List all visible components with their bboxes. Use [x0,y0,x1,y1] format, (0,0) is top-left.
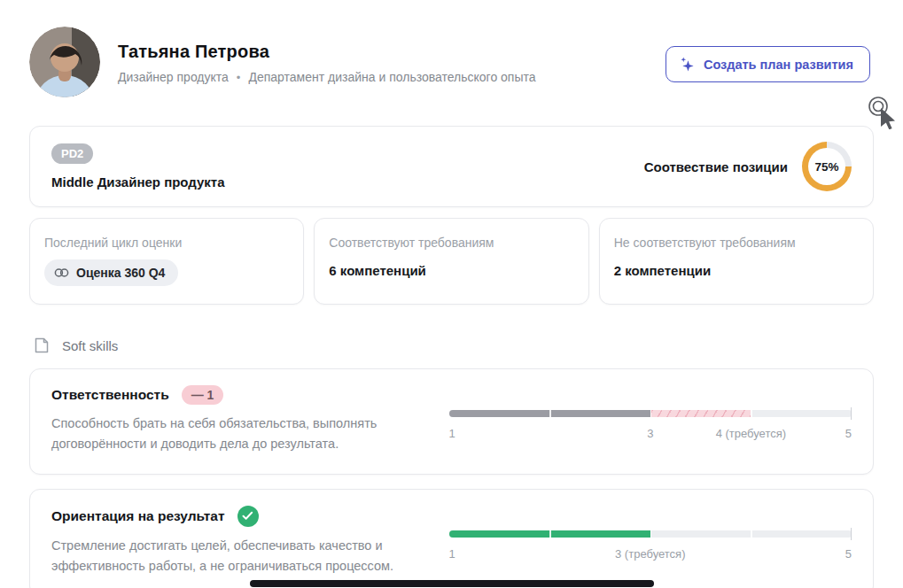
position-title: Middle Дизайнер продукта [51,174,225,190]
competency-title: Ответственность [51,387,169,403]
competency-scale: 134 (требуется)5 [449,385,852,441]
assessment-chip-label: Оценка 360 Q4 [76,266,165,280]
competency-info: Ответственность — 1 Способность брать на… [51,385,449,454]
create-development-plan-label: Создать план развития [704,58,853,72]
avatar-photo-placeholder [29,27,100,97]
employee-identity: Татьяна Петрова Дизайнер продукта • Депа… [118,40,536,84]
position-match-card: PD2 Middle Дизайнер продукта Соотвествие… [29,126,874,207]
employee-name: Татьяна Петрова [118,42,536,62]
position-match: Соотвествие позиции 75% [644,142,852,191]
grade-badge: PD2 [51,143,93,164]
employee-subtitle: Дизайнер продукта • Департамент дизайна … [118,70,536,84]
not-meets-requirements-label: Не соответствуют требованиям [614,236,859,250]
competency-description: Стремление достигать целей, обеспечивать… [51,536,449,576]
last-cycle-card: Последний цикл оценки Оценка 360 Q4 [29,218,304,305]
sparkles-icon [679,56,696,73]
competency-bar-labels: 134 (требуется)5 [449,427,852,441]
meets-requirements-label: Соответствуют требованиям [329,236,573,250]
profile-header: Татьяна Петрова Дизайнер продукта • Депа… [29,27,874,97]
employee-department: Департамент дизайна и пользовательского … [248,70,535,84]
last-cycle-label: Последний цикл оценки [44,236,289,250]
not-meets-requirements-value: 2 компетенции [614,263,859,278]
competency-description: Способность брать на себя обязательства,… [51,414,449,454]
competency-scale: 13 (требуется)5 [449,506,852,561]
home-indicator [250,580,654,587]
soft-skills-title: Soft skills [62,338,118,353]
separator-dot: • [237,71,241,84]
meets-requirements-value: 6 компетенций [329,263,573,278]
soft-skills-section-header: Soft skills [29,337,874,354]
competency-card-responsibility: Ответственность — 1 Способность брать на… [29,368,874,475]
competency-bar [449,410,852,417]
competency-info: Ориентация на результат Стремление дости… [51,506,449,576]
not-meets-requirements-card: Не соответствуют требованиям 2 компетенц… [599,218,874,305]
position-match-ring: 75% [802,142,852,191]
link-icon [54,267,69,278]
create-development-plan-button[interactable]: Создать план развития [666,46,870,82]
mouse-pointer-icon [881,108,895,129]
position-info: PD2 Middle Дизайнер продукта [51,143,225,190]
position-match-label: Соотвествие позиции [644,159,788,174]
avatar [29,27,100,97]
meets-check-badge [237,506,259,527]
position-match-percent: 75% [814,160,838,174]
document-icon [33,337,51,354]
employee-role: Дизайнер продукта [118,70,229,84]
deficit-badge: — 1 [182,385,224,405]
assessment-chip[interactable]: Оценка 360 Q4 [44,259,178,286]
stats-row: Последний цикл оценки Оценка 360 Q4 Соот… [29,218,874,305]
employee-profile-page: Татьяна Петрова Дизайнер продукта • Депа… [0,0,903,588]
competency-bar-labels: 13 (требуется)5 [449,547,852,561]
competency-bar [449,530,852,538]
competency-card-result-orientation: Ориентация на результат Стремление дости… [29,489,874,588]
competency-title: Ориентация на результат [51,508,225,524]
meets-requirements-card: Соответствуют требованиям 6 компетенций [314,218,588,305]
check-icon [242,511,253,521]
